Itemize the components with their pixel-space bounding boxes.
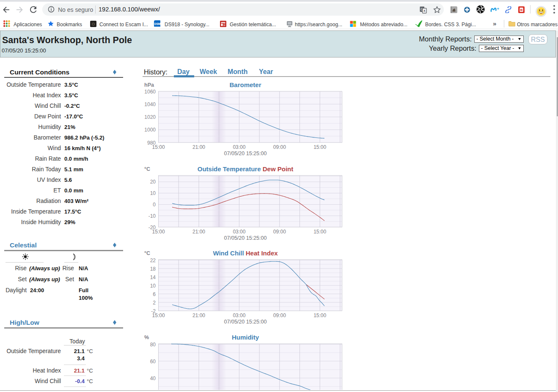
svg-text:18: 18 [150, 266, 156, 272]
svg-text:°C: °C [144, 250, 150, 256]
svg-text:15:00: 15:00 [152, 144, 165, 150]
svg-text:09:00: 09:00 [273, 229, 286, 235]
svg-text:07/05/20 15:25:00: 07/05/20 15:25:00 [224, 235, 267, 241]
svg-text:22: 22 [150, 258, 156, 263]
svg-text:B: B [520, 8, 523, 12]
svg-text:DSM: DSM [154, 22, 160, 25]
svg-text:10: 10 [150, 190, 156, 196]
svg-text:15:00: 15:00 [152, 313, 165, 318]
svg-text:1060: 1060 [144, 89, 156, 95]
svg-text:x: x [423, 8, 426, 13]
svg-text:Barometer: Barometer [229, 81, 261, 88]
svg-text:15:00: 15:00 [313, 229, 326, 235]
svg-text:Outside Temperature Dew Point: Outside Temperature Dew Point [198, 165, 293, 173]
svg-text:%: % [144, 334, 149, 340]
svg-text:1000: 1000 [144, 127, 156, 133]
svg-text:80: 80 [150, 342, 156, 348]
svg-text:14: 14 [150, 274, 156, 280]
svg-text:-10: -10 [148, 213, 156, 219]
svg-text:10: 10 [150, 283, 156, 289]
svg-text:15:00: 15:00 [313, 313, 326, 318]
svg-text:21:00: 21:00 [192, 229, 205, 235]
svg-text:21:00: 21:00 [192, 313, 205, 318]
svg-text:15:00: 15:00 [152, 229, 165, 235]
svg-text:09:00: 09:00 [273, 313, 286, 318]
svg-text:hPa: hPa [144, 82, 154, 88]
svg-text:+: + [497, 7, 500, 11]
svg-text:07/05/20 15:25:00: 07/05/20 15:25:00 [224, 151, 267, 156]
svg-text:Wind Chill Heat Index: Wind Chill Heat Index [213, 249, 278, 257]
svg-text:20: 20 [150, 179, 156, 185]
svg-text:40: 40 [150, 376, 156, 381]
svg-text:03:00: 03:00 [233, 144, 245, 150]
svg-text:6: 6 [153, 291, 156, 297]
svg-text:21:00: 21:00 [192, 144, 205, 150]
svg-text:07/05/20 15:25:00: 07/05/20 15:25:00 [224, 319, 267, 325]
svg-text:03:00: 03:00 [233, 313, 245, 318]
svg-text:03:00: 03:00 [233, 229, 245, 235]
svg-text:°C: °C [144, 166, 150, 172]
svg-text:1020: 1020 [144, 114, 156, 120]
svg-text:Humidity: Humidity [232, 334, 259, 341]
svg-text:60: 60 [150, 359, 156, 365]
svg-text:2: 2 [153, 300, 156, 306]
svg-text:1040: 1040 [144, 101, 156, 107]
svg-text:09:00: 09:00 [273, 144, 286, 150]
svg-text:0: 0 [153, 202, 156, 208]
svg-text:15:00: 15:00 [313, 144, 326, 150]
